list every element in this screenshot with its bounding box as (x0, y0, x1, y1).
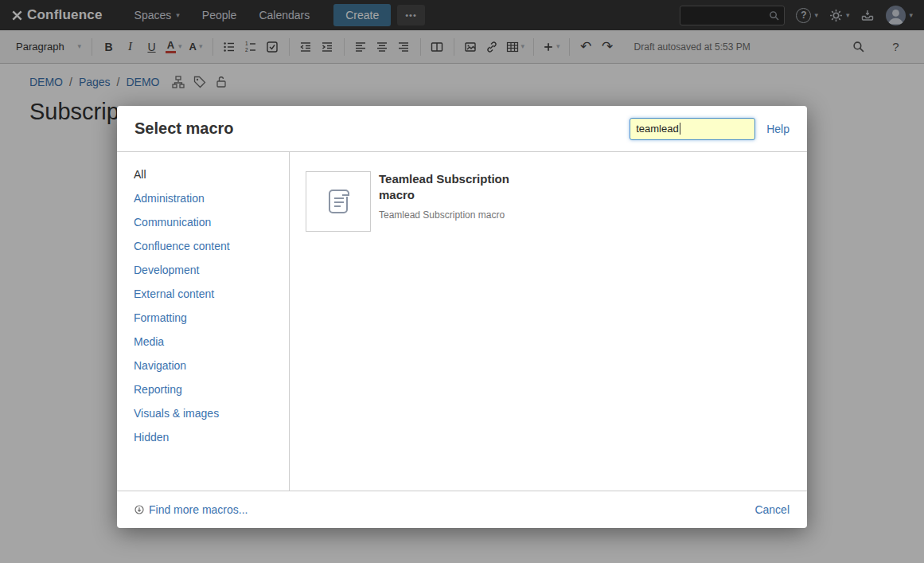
macro-result-description: Teamlead Subscription macro (379, 209, 534, 221)
macro-icon-box (306, 171, 371, 232)
dialog-header: Select macro teamlead Help (117, 106, 807, 152)
dialog-footer: Find more macros... Cancel (117, 491, 807, 528)
find-more-macros-link[interactable]: Find more macros... (135, 503, 248, 516)
category-all[interactable]: All (117, 162, 289, 186)
category-hidden[interactable]: Hidden (117, 425, 289, 449)
marketplace-icon (135, 505, 144, 514)
macro-result-item[interactable]: Teamlead Subscription macro Teamlead Sub… (306, 171, 791, 232)
category-visuals-images[interactable]: Visuals & images (117, 401, 289, 425)
find-more-macros-label: Find more macros... (149, 503, 248, 516)
macro-search-value: teamlead (636, 123, 678, 135)
category-navigation[interactable]: Navigation (117, 354, 289, 377)
category-communication[interactable]: Communication (117, 210, 289, 234)
category-administration[interactable]: Administration (117, 186, 289, 210)
cancel-button[interactable]: Cancel (754, 503, 789, 516)
category-development[interactable]: Development (117, 258, 289, 282)
category-reporting[interactable]: Reporting (117, 377, 289, 401)
category-media[interactable]: Media (117, 330, 289, 354)
macro-scroll-icon (321, 184, 356, 219)
category-formatting[interactable]: Formatting (117, 306, 289, 330)
text-cursor (680, 123, 680, 135)
category-confluence-content[interactable]: Confluence content (117, 234, 289, 258)
macro-search-input[interactable]: teamlead (630, 118, 755, 140)
category-external-content[interactable]: External content (117, 282, 289, 306)
select-macro-dialog: Select macro teamlead Help All Administr… (117, 106, 807, 528)
dialog-help-link[interactable]: Help (766, 123, 789, 135)
macro-results: Teamlead Subscription macro Teamlead Sub… (290, 152, 807, 491)
dialog-title: Select macro (135, 119, 618, 138)
macro-category-list: All Administration Communication Conflue… (117, 152, 290, 491)
macro-result-text: Teamlead Subscription macro Teamlead Sub… (379, 171, 534, 232)
dialog-body: All Administration Communication Conflue… (117, 152, 807, 491)
macro-result-title: Teamlead Subscription macro (379, 171, 534, 204)
